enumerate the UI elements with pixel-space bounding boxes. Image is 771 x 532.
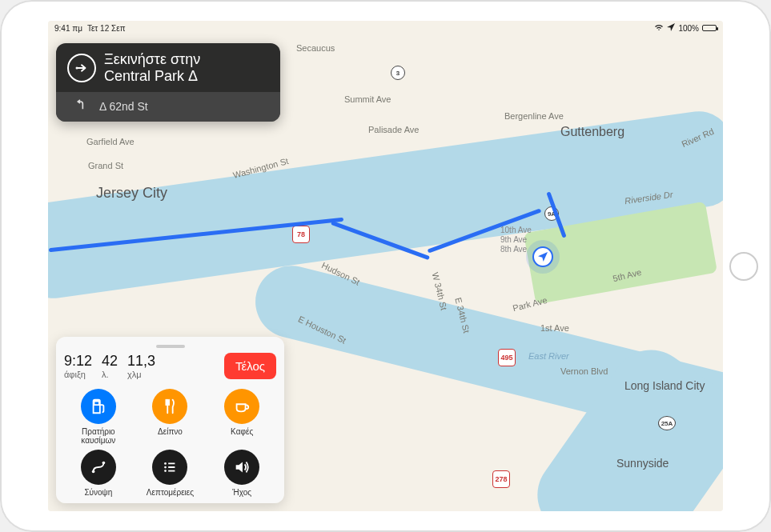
eta-value: 9:12: [64, 353, 92, 370]
home-button[interactable]: [729, 252, 758, 281]
road-label: 10th Ave: [500, 226, 532, 234]
direction-line2: Central Park Δ: [104, 68, 200, 85]
panel-grabber[interactable]: [156, 345, 185, 348]
eta-label: άφιξη: [64, 370, 92, 379]
details-label: Λεπτομέρειες: [147, 488, 194, 497]
gas-station-button[interactable]: [81, 389, 116, 424]
end-navigation-button[interactable]: Τέλος: [224, 353, 276, 379]
dinner-label: Δείπνο: [158, 427, 183, 436]
battery-pct: 100%: [678, 24, 699, 33]
svg-point-2: [102, 462, 105, 465]
audio-button[interactable]: [224, 450, 259, 485]
city-label: Secaucus: [296, 43, 335, 53]
road-label: 1st Ave: [540, 323, 569, 333]
distance-stat: 11,3 χλμ: [127, 353, 155, 379]
duration-stat: 42 λ.: [102, 353, 118, 379]
road-label: East River: [528, 351, 569, 361]
turn-left-icon: [75, 98, 88, 114]
highway-shield: 495: [498, 349, 516, 366]
location-arrow-icon: [667, 23, 675, 33]
road-label: 9th Ave: [500, 235, 527, 244]
coffee-button[interactable]: [224, 389, 259, 424]
road-label: Bergenline Ave: [504, 111, 564, 121]
road-label: Grand St: [88, 161, 123, 170]
direction-secondary: Δ 62nd St: [56, 92, 280, 122]
svg-point-3: [165, 462, 167, 465]
status-time: 9:41 πμ: [54, 24, 82, 33]
svg-point-5: [165, 470, 167, 472]
city-label: Sunnyside: [616, 457, 669, 470]
duration-value: 42: [102, 353, 118, 370]
gas-label: Πρατήριο καυσίμων: [64, 427, 133, 445]
eta-stat: 9:12 άφιξη: [64, 353, 92, 379]
direction-line1: Ξεκινήστε στην: [104, 51, 200, 68]
overview-label: Σύνοψη: [84, 488, 112, 497]
route-shield: 25A: [658, 416, 676, 430]
direction-card[interactable]: Ξεκινήστε στην Central Park Δ Δ 62nd St: [56, 43, 280, 122]
ipad-frame: 9:41 πμ Τετ 12 Σεπ 100%: [0, 0, 771, 532]
road-label: Vernon Blvd: [560, 366, 608, 376]
direction-primary: Ξεκινήστε στην Central Park Δ: [56, 43, 280, 92]
road-label: Palisade Ave: [368, 125, 419, 134]
route-shield: 3: [391, 66, 405, 80]
city-label: Guttenberg: [560, 125, 624, 139]
highway-shield: 78: [292, 226, 310, 243]
road-label: Summit Ave: [344, 94, 392, 104]
current-location-marker: [532, 246, 553, 267]
battery-icon: [702, 25, 717, 31]
road-label: 8th Ave: [500, 245, 527, 254]
highway-shield: 278: [492, 470, 510, 488]
screen: 9:41 πμ Τετ 12 Σεπ 100%: [48, 21, 723, 511]
duration-label: λ.: [102, 370, 118, 379]
distance-value: 11,3: [127, 353, 155, 370]
audio-label: Ήχος: [232, 488, 251, 497]
wifi-icon: [654, 23, 664, 33]
status-bar: 9:41 πμ Τετ 12 Σεπ 100%: [48, 21, 723, 35]
trip-info-panel[interactable]: 9:12 άφιξη 42 λ. 11,3 χλμ Τέλος: [56, 337, 284, 503]
dinner-button[interactable]: [152, 389, 187, 424]
svg-point-4: [165, 466, 167, 469]
svg-point-1: [92, 470, 95, 474]
distance-label: χλμ: [127, 370, 155, 379]
overview-button[interactable]: [81, 450, 116, 485]
city-label: Long Island City: [624, 379, 705, 392]
details-button[interactable]: [152, 450, 187, 485]
coffee-label: Καφές: [231, 427, 253, 436]
road-label: Park Ave: [512, 295, 548, 313]
proceed-to-route-icon: [67, 54, 96, 82]
svg-point-0: [76, 66, 78, 69]
status-date: Τετ 12 Σεπ: [87, 24, 126, 33]
direction-secondary-text: Δ 62nd St: [99, 100, 148, 113]
road-label: Garfield Ave: [86, 137, 135, 146]
city-label: Jersey City: [96, 185, 167, 202]
